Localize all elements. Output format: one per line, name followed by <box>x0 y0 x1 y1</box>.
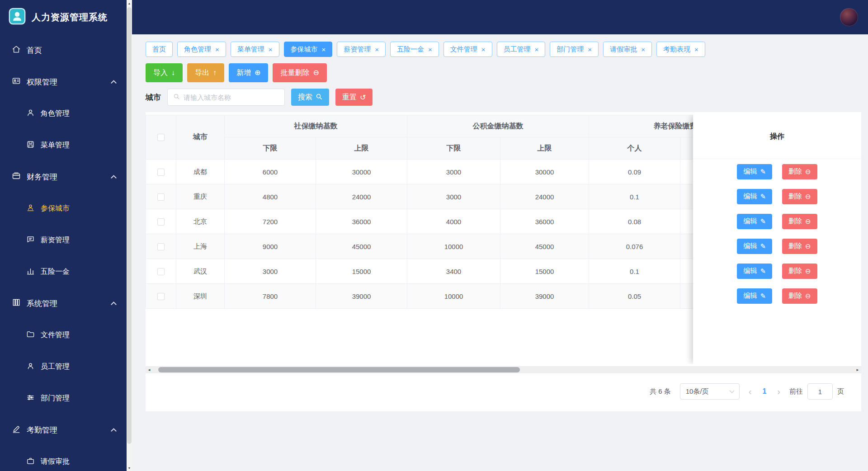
sidebar-item-insured-cities[interactable]: 参保城市 <box>0 193 127 224</box>
delete-button[interactable]: 删除⊖ <box>782 264 817 279</box>
tab-file-mgmt[interactable]: 文件管理× <box>443 42 492 57</box>
row-checkbox[interactable] <box>157 293 165 300</box>
close-icon[interactable]: × <box>535 46 539 53</box>
city-search-input[interactable] <box>184 94 279 101</box>
prev-page-button[interactable]: ‹ <box>744 386 756 397</box>
row-checkbox[interactable] <box>157 243 165 250</box>
tab-employee-mgmt[interactable]: 员工管理× <box>497 42 546 57</box>
tab-five-insurances[interactable]: 五险一金× <box>390 42 439 57</box>
table-cell: 北京 <box>176 209 225 234</box>
page-number-1[interactable]: 1 <box>760 387 768 396</box>
close-icon[interactable]: × <box>322 46 326 53</box>
pencil-icon: ✎ <box>760 168 766 176</box>
search-button[interactable]: 搜索 <box>291 89 329 106</box>
sidebar-item-file-mgmt[interactable]: 文件管理 <box>0 319 127 351</box>
close-icon[interactable]: × <box>215 46 219 53</box>
sidebar-group-attendance[interactable]: 考勤管理 <box>0 414 127 446</box>
close-icon[interactable]: × <box>428 46 432 53</box>
user-avatar[interactable] <box>840 8 858 26</box>
row-checkbox[interactable] <box>157 268 165 275</box>
row-checkbox[interactable] <box>157 218 165 226</box>
filter-row: 城市 搜索 重置↺ <box>146 89 861 106</box>
tab-bar: 首页 角色管理× 菜单管理× 参保城市× 薪资管理× 五险一金× 文件管理× 员… <box>146 42 861 57</box>
edit-button[interactable]: 编辑✎ <box>737 214 772 229</box>
edit-button[interactable]: 编辑✎ <box>737 264 772 279</box>
table-cell: 7800 <box>225 284 316 309</box>
table-cell: 0.09 <box>589 160 680 184</box>
col-pension-personal: 个人 <box>589 137 680 160</box>
delete-button[interactable]: 删除⊖ <box>782 288 817 304</box>
close-icon[interactable]: × <box>641 46 645 53</box>
tab-insured-cities[interactable]: 参保城市× <box>284 42 333 57</box>
scrollbar-thumb[interactable] <box>158 367 520 372</box>
table-fixed-actions-column: 操作 编辑✎ 删除⊖ 编辑✎ 删除⊖ 编辑✎ 删除⊖ <box>693 115 861 364</box>
edit-button[interactable]: 编辑✎ <box>737 288 772 304</box>
sidebar-group-finance[interactable]: 财务管理 <box>0 161 127 193</box>
scrollbar-left-arrow[interactable]: ◄ <box>146 366 153 373</box>
scrollbar-up-arrow[interactable]: ▲ <box>127 0 132 6</box>
tab-role-mgmt[interactable]: 角色管理× <box>177 42 226 57</box>
scrollbar-thumb[interactable] <box>127 7 132 444</box>
scrollbar-right-arrow[interactable]: ► <box>854 366 861 373</box>
sidebar-item-department-mgmt[interactable]: 部门管理 <box>0 382 127 414</box>
sidebar-scrollbar[interactable]: ▲ ▼ <box>127 0 132 471</box>
sidebar-group-label: 系统管理 <box>27 298 57 309</box>
table-cell: 重庆 <box>176 184 225 209</box>
sidebar-group-permissions[interactable]: 权限管理 <box>0 66 127 98</box>
sidebar-item-leave-approval[interactable]: 请假审批 <box>0 446 127 471</box>
batch-delete-button[interactable]: 批量删除⊖ <box>273 63 326 82</box>
delete-button[interactable]: 删除⊖ <box>782 164 817 179</box>
minus-circle-icon: ⊖ <box>805 193 811 201</box>
add-button[interactable]: 新增⊕ <box>229 63 268 82</box>
sidebar-item-salary-mgmt[interactable]: 薪资管理 <box>0 224 127 256</box>
sidebar-item-role-mgmt[interactable]: 角色管理 <box>0 98 127 129</box>
edit-button[interactable]: 编辑✎ <box>737 164 772 179</box>
minus-circle-icon: ⊖ <box>805 292 811 300</box>
pagination-total: 共 6 条 <box>650 387 671 396</box>
tab-department-mgmt[interactable]: 部门管理× <box>550 42 599 57</box>
tab-attendance-performance[interactable]: 考勤表现× <box>656 42 705 57</box>
sidebar-item-menu-mgmt[interactable]: 菜单管理 <box>0 129 127 161</box>
page-size-select[interactable]: 10条/页 <box>680 383 740 400</box>
goto-page-input[interactable] <box>807 383 833 400</box>
delete-button[interactable]: 删除⊖ <box>782 214 817 229</box>
tab-salary-mgmt[interactable]: 薪资管理× <box>337 42 386 57</box>
close-icon[interactable]: × <box>694 46 698 53</box>
table-cell: 39000 <box>500 284 589 309</box>
sidebar-item-label: 文件管理 <box>41 330 70 340</box>
table-cell: 9000 <box>225 234 316 259</box>
scrollbar-down-arrow[interactable]: ▼ <box>127 465 132 471</box>
pagination: 共 6 条 10条/页 ‹ 1 › 前往 页 <box>146 383 861 411</box>
row-checkbox[interactable] <box>157 193 165 201</box>
close-icon[interactable]: × <box>481 46 486 53</box>
reset-button[interactable]: 重置↺ <box>335 89 373 106</box>
tab-leave-approval[interactable]: 请假审批× <box>603 42 652 57</box>
pencil-icon: ✎ <box>760 242 766 250</box>
sidebar-item-home[interactable]: 首页 <box>0 34 127 66</box>
tab-menu-mgmt[interactable]: 菜单管理× <box>231 42 279 57</box>
export-button[interactable]: 导出↑ <box>187 63 224 82</box>
row-checkbox[interactable] <box>157 169 165 176</box>
col-group-fund-base: 公积金缴纳基数 <box>407 115 589 137</box>
table-cell: 30000 <box>316 160 407 184</box>
table-cell: 深圳 <box>176 284 225 309</box>
columns-icon <box>12 298 21 309</box>
sidebar: 人力资源管理系统 首页 权限管理 角色管理 菜单管理 <box>0 0 132 471</box>
close-icon[interactable]: × <box>269 46 273 53</box>
select-all-checkbox[interactable] <box>157 134 165 141</box>
table-cell: 上海 <box>176 234 225 259</box>
close-icon[interactable]: × <box>588 46 592 53</box>
edit-button[interactable]: 编辑✎ <box>737 189 772 204</box>
edit-button[interactable]: 编辑✎ <box>737 239 772 254</box>
close-icon[interactable]: × <box>375 46 379 53</box>
delete-button[interactable]: 删除⊖ <box>782 189 817 204</box>
sidebar-item-five-insurances[interactable]: 五险一金 <box>0 256 127 287</box>
tab-home[interactable]: 首页 <box>146 42 173 57</box>
sidebar-group-system[interactable]: 系统管理 <box>0 287 127 319</box>
table-cell: 39000 <box>316 284 407 309</box>
sidebar-item-employee-mgmt[interactable]: 员工管理 <box>0 351 127 382</box>
horizontal-scrollbar[interactable]: ◄ ► <box>146 366 861 373</box>
import-button[interactable]: 导入↓ <box>146 63 183 82</box>
next-page-button[interactable]: › <box>773 386 785 397</box>
delete-button[interactable]: 删除⊖ <box>782 239 817 254</box>
